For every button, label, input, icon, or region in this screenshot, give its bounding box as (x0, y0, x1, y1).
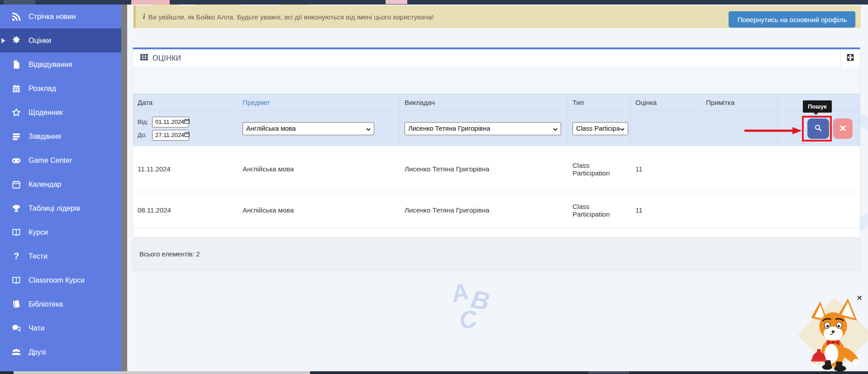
sidebar-item-label: Оцінки (29, 37, 51, 45)
column-header-4: Оцінка (631, 94, 701, 110)
sidebar-item-label: Стрічка новин (29, 13, 76, 21)
sidebar-item-6[interactable]: Game Center (0, 148, 121, 172)
sidebar-item-5[interactable]: Завдання (0, 124, 121, 148)
banner-text: Ви увійшли, як Бойко Алла. Будьте уважні… (148, 13, 434, 21)
chat-bubbles-icon (10, 323, 22, 333)
open-book-icon (10, 275, 22, 285)
type-filter-cell: Class Participa (568, 111, 631, 146)
sidebar-item-9[interactable]: Курси (0, 220, 121, 244)
grades-burst-icon (10, 36, 22, 46)
cell-teacher: Лисенко Тетяна Григорівна (400, 146, 568, 192)
cell-actions (777, 192, 860, 228)
cell-grade: 11 (631, 192, 701, 228)
grade-filter-cell (631, 111, 701, 146)
diary-star-icon (10, 108, 22, 118)
return-to-profile-button[interactable]: Повернутись на основний профіль (729, 11, 855, 28)
table-body: 11.11.2024Англійська моваЛисенко Тетяна … (133, 146, 860, 228)
browser-tab-decor (4, 0, 35, 5)
browser-topbar (0, 0, 868, 5)
panel-spacer (133, 67, 860, 94)
close-icon (840, 125, 846, 133)
gamepad-icon (10, 156, 22, 166)
expand-panel-button[interactable] (840, 49, 860, 67)
cell-type: Class Participation (568, 192, 631, 228)
sidebar-item-label: Друзі (29, 348, 46, 356)
cell-note (701, 146, 777, 192)
sidebar-item-7[interactable]: Календар (0, 172, 121, 196)
date-filter-cell: Від: 01.11.2024 До: 27.11.2024 (133, 111, 238, 146)
sidebar-item-label: Тести (29, 252, 48, 260)
sidebar-item-3[interactable]: Розклад (0, 76, 121, 100)
fox-mascot (804, 298, 862, 374)
teacher-select[interactable]: Лисенко Тетяна Григорівна (405, 122, 561, 135)
column-header-1[interactable]: Предмет (238, 94, 400, 110)
sidebar-item-label: Щоденник (29, 109, 62, 117)
attendance-file-icon (10, 60, 22, 70)
cell-subject: Англійська мова (238, 146, 400, 192)
decor-pink-shape-2 (386, 0, 407, 4)
active-item-marker (1, 38, 5, 43)
horizontal-scrollbar (0, 371, 868, 374)
subject-select[interactable]: Англійська мова (243, 122, 374, 135)
chevron-down-icon (620, 125, 625, 132)
subject-filter-cell: Англійська мова (238, 111, 400, 146)
table-filter-row: Від: 01.11.2024 До: 27.11.2024 (133, 111, 860, 146)
expand-arrows-icon (846, 53, 854, 63)
sidebar-item-label: Розклад (29, 85, 56, 93)
calendar-outline-icon (10, 180, 22, 189)
trophy-icon (10, 204, 22, 213)
open-book-icon (10, 227, 22, 237)
calendar-picker-icon[interactable] (184, 118, 190, 125)
users-group-icon (10, 347, 22, 357)
column-header-5: Примітка (701, 94, 777, 110)
cell-date: 11.11.2024 (133, 146, 238, 192)
cell-teacher: Лисенко Тетяна Григорівна (400, 192, 568, 228)
sidebar-item-4[interactable]: Щоденник (0, 100, 121, 124)
sidebar-scrollbar[interactable] (121, 5, 127, 374)
chevron-down-icon (366, 125, 371, 132)
sidebar-item-10[interactable]: ?Тести (0, 244, 121, 268)
sidebar-item-label: Завдання (29, 133, 61, 141)
info-icon: i (143, 13, 145, 21)
grades-panel: ОЦІНКИ ДатаПредметВикладачТипОцінкаПримі… (133, 47, 860, 270)
clear-filters-button[interactable] (833, 118, 853, 139)
sidebar-item-label: Чати (29, 324, 44, 332)
column-header-3: Тип (568, 94, 631, 110)
table-row: 11.11.2024Англійська моваЛисенко Тетяна … (133, 146, 860, 192)
close-mascot-button[interactable]: ✕ (857, 294, 863, 302)
sidebar-item-11[interactable]: Classroom Курси (0, 268, 121, 292)
chevron-down-icon (553, 125, 558, 132)
search-button[interactable] (807, 118, 829, 139)
panel-header: ОЦІНКИ (133, 49, 860, 67)
table-header-row: ДатаПредметВикладачТипОцінкаПримітка (133, 94, 860, 111)
sidebar-item-1[interactable]: Оцінки (0, 28, 121, 52)
cell-grade: 11 (631, 146, 701, 192)
cell-actions (777, 146, 860, 192)
type-select[interactable]: Class Participa (572, 122, 628, 135)
total-items-label: Всього елементів: 2 (139, 251, 200, 258)
main-content: A B C i Ви увійшли, як Бойко Алла. Будьт… (127, 5, 868, 374)
abc-watermark: A B C (451, 279, 506, 338)
column-header-0: Дата (133, 94, 238, 110)
sidebar-item-label: Відвідування (29, 61, 72, 69)
date-from-input[interactable]: 01.11.2024 (152, 117, 189, 128)
table-grid-icon (140, 54, 148, 62)
sidebar-item-label: Календар (29, 180, 61, 189)
search-icon (814, 123, 823, 134)
sidebar-nav: Стрічка новинОцінкиВідвідуванняРозкладЩо… (0, 5, 121, 374)
watermark-letter: A (448, 277, 471, 308)
annotation-arrow (744, 127, 802, 135)
sidebar-item-13[interactable]: Чати (0, 316, 121, 340)
sidebar-item-14[interactable]: Друзі (0, 340, 121, 364)
scrollbar-segment (588, 371, 629, 374)
sidebar-item-12[interactable]: Бібліотека (0, 292, 121, 316)
watermark-letter: C (458, 304, 478, 334)
sidebar-item-label: Курси (29, 228, 48, 237)
sidebar-item-0[interactable]: Стрічка новин (0, 5, 121, 28)
sidebar-item-label: Таблиці лідерів (29, 204, 80, 213)
scrollbar-thumb[interactable] (14, 371, 310, 374)
sidebar-item-2[interactable]: Відвідування (0, 52, 121, 76)
calendar-picker-icon[interactable] (184, 132, 190, 138)
sidebar-item-8[interactable]: Таблиці лідерів (0, 196, 121, 220)
date-to-input[interactable]: 27.11.2024 (152, 130, 189, 141)
